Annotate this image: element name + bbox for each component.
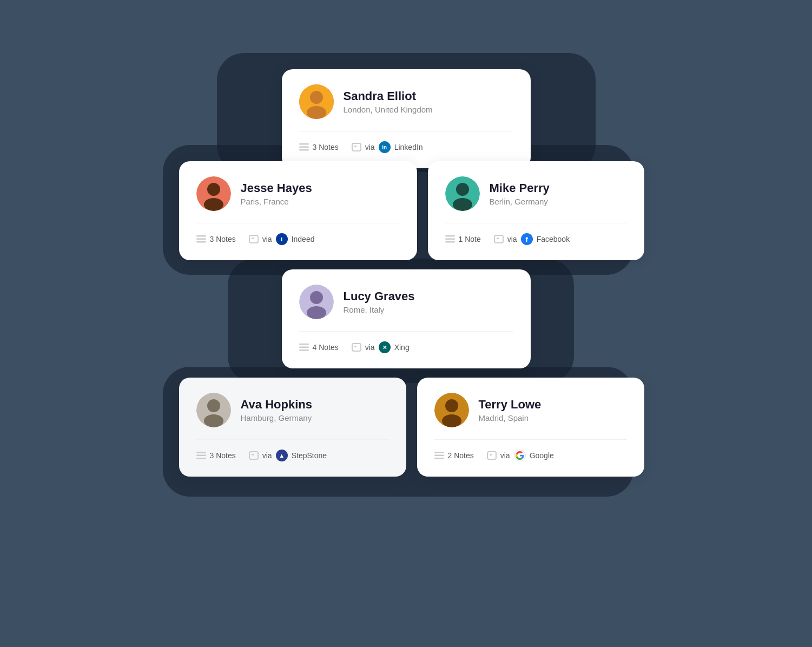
source-icon-ava	[249, 451, 259, 460]
svg-rect-47	[490, 454, 492, 455]
svg-point-42	[442, 414, 461, 427]
notes-item-sandra: 3 Notes	[299, 143, 339, 151]
avatar-mike	[445, 176, 480, 211]
facebook-logo: f	[521, 233, 533, 245]
card-ava[interactable]: Ava Hopkins Hamburg, Germany 3 Notes via…	[179, 378, 406, 477]
notes-icon-ava	[196, 452, 206, 459]
google-logo	[514, 450, 526, 461]
source-item-lucy: via ✕ Xing	[352, 341, 410, 353]
notes-count-sandra: 3 Notes	[313, 143, 339, 151]
svg-point-9	[207, 183, 220, 196]
contact-name-sandra: Sandra Elliot	[344, 89, 433, 103]
contact-name-mike: Mike Perry	[490, 181, 550, 195]
via-label-mike: via	[507, 235, 517, 243]
card-mike[interactable]: Mike Perry Berlin, Germany 1 Note via f …	[428, 161, 644, 260]
svg-rect-5	[299, 149, 309, 151]
via-label-sandra: via	[365, 143, 375, 151]
avatar-sandra	[299, 84, 334, 119]
contact-name-jesse: Jesse Hayes	[241, 181, 312, 195]
svg-rect-4	[299, 147, 309, 148]
card-footer-lucy: 4 Notes via ✕ Xing	[299, 331, 513, 353]
source-item-ava: via ▲ StepStone	[249, 450, 327, 461]
card-header-terry: Terry Lowe Madrid, Spain	[434, 393, 627, 427]
source-item-terry: via Google	[487, 450, 554, 461]
card-terry[interactable]: Terry Lowe Madrid, Spain 2 Notes via	[417, 378, 644, 477]
source-item-mike: via f Facebook	[494, 233, 570, 245]
svg-rect-44	[434, 455, 444, 457]
xing-logo: ✕	[379, 341, 391, 353]
via-label-jesse: via	[262, 235, 272, 243]
card-footer-jesse: 3 Notes via i Indeed	[196, 223, 400, 245]
card-info-terry: Terry Lowe Madrid, Spain	[479, 398, 542, 422]
card-jesse[interactable]: Jesse Hayes Paris, France 3 Notes via i …	[179, 161, 417, 260]
svg-point-33	[207, 399, 220, 412]
notes-count-lucy: 4 Notes	[313, 343, 339, 352]
svg-rect-38	[249, 452, 258, 459]
svg-rect-20	[445, 239, 455, 240]
svg-rect-12	[196, 239, 206, 240]
contact-location-ava: Hamburg, Germany	[241, 413, 312, 422]
source-name-terry: Google	[530, 451, 554, 460]
contact-location-lucy: Rome, Italy	[344, 305, 415, 314]
avatar-terry	[434, 393, 469, 427]
linkedin-logo: in	[379, 141, 391, 153]
notes-icon-terry	[434, 452, 444, 459]
source-icon-jesse	[249, 235, 259, 243]
svg-rect-6	[352, 143, 361, 151]
card-footer-ava: 3 Notes via ▲ StepStone	[196, 439, 389, 461]
svg-rect-3	[299, 143, 309, 145]
notes-item-jesse: 3 Notes	[196, 235, 236, 243]
svg-point-18	[453, 198, 472, 211]
svg-rect-30	[352, 344, 361, 351]
card-info-ava: Ava Hopkins Hamburg, Germany	[241, 398, 312, 422]
card-footer-terry: 2 Notes via Google	[434, 439, 627, 461]
card-info-jesse: Jesse Hayes Paris, France	[241, 181, 312, 206]
source-icon-lucy	[352, 343, 361, 352]
svg-point-17	[456, 183, 469, 196]
via-label-lucy: via	[365, 343, 375, 352]
svg-rect-23	[497, 237, 499, 239]
contact-location-jesse: Paris, France	[241, 197, 312, 206]
notes-count-jesse: 3 Notes	[210, 235, 236, 243]
source-name-lucy: Xing	[394, 343, 410, 352]
card-info-sandra: Sandra Elliot London, United Kingdom	[344, 89, 433, 114]
notes-count-terry: 2 Notes	[448, 451, 474, 460]
contact-name-lucy: Lucy Graves	[344, 289, 415, 303]
card-sandra[interactable]: Sandra Elliot London, United Kingdom 3 N…	[282, 69, 531, 168]
notes-count-mike: 1 Note	[459, 235, 481, 243]
source-name-mike: Facebook	[537, 235, 570, 243]
svg-rect-39	[252, 454, 254, 455]
notes-icon-sandra	[299, 143, 309, 151]
svg-rect-11	[196, 235, 206, 237]
notes-count-ava: 3 Notes	[210, 451, 236, 460]
card-header-lucy: Lucy Graves Rome, Italy	[299, 285, 513, 319]
card-lucy[interactable]: Lucy Graves Rome, Italy 4 Notes via ✕ Xi…	[282, 269, 531, 368]
svg-rect-22	[494, 235, 503, 243]
svg-rect-45	[434, 458, 444, 459]
svg-point-25	[310, 291, 323, 304]
svg-rect-29	[299, 349, 309, 351]
svg-rect-28	[299, 347, 309, 348]
source-icon-terry	[487, 451, 497, 460]
svg-rect-37	[196, 458, 206, 459]
cards-scene: Sandra Elliot London, United Kingdom 3 N…	[163, 53, 650, 594]
notes-icon-mike	[445, 235, 455, 243]
svg-point-2	[307, 106, 326, 119]
avatar-jesse	[196, 176, 231, 211]
notes-item-terry: 2 Notes	[434, 451, 474, 460]
card-header-mike: Mike Perry Berlin, Germany	[445, 176, 627, 211]
contact-location-mike: Berlin, Germany	[490, 197, 550, 206]
via-label-ava: via	[262, 451, 272, 460]
svg-rect-46	[487, 452, 496, 459]
svg-point-34	[204, 414, 223, 427]
via-label-terry: via	[500, 451, 510, 460]
svg-rect-27	[299, 344, 309, 345]
indeed-logo: i	[276, 233, 288, 245]
card-footer-sandra: 3 Notes via in LinkedIn	[299, 131, 513, 153]
contact-location-terry: Madrid, Spain	[479, 413, 542, 422]
card-header-sandra: Sandra Elliot London, United Kingdom	[299, 84, 513, 119]
svg-rect-14	[249, 235, 258, 243]
source-name-jesse: Indeed	[292, 235, 315, 243]
svg-rect-19	[445, 235, 455, 237]
notes-icon-jesse	[196, 235, 206, 243]
